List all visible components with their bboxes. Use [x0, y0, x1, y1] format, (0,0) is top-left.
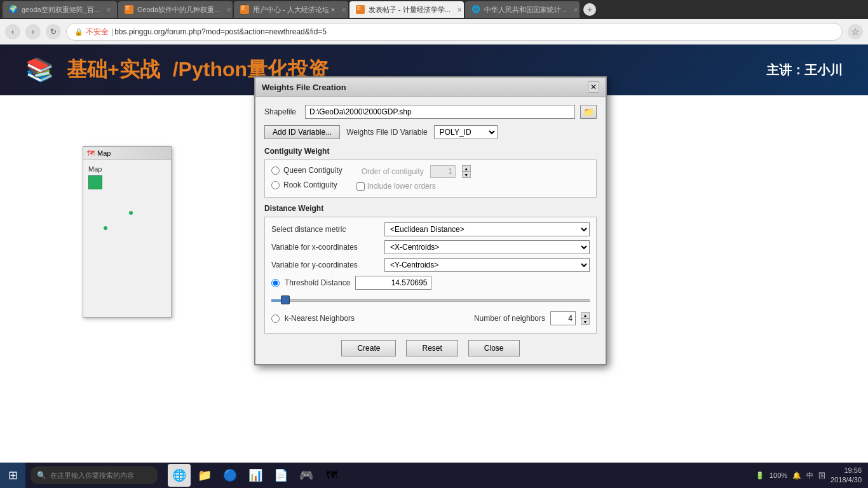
rook-row: Rook Contiguity Include lower orders: [271, 180, 590, 192]
order-spin-down[interactable]: ▼: [462, 172, 471, 178]
taskbar-app-game[interactable]: 🎮: [295, 464, 318, 487]
tab-4-close[interactable]: ✕: [457, 6, 462, 13]
distance-metric-select[interactable]: <Euclidean Distance>: [384, 222, 590, 236]
dialog-title: Weights File Creation: [262, 83, 346, 92]
map-mini-body: Map: [83, 160, 171, 238]
banner-books-icon: 📚: [25, 57, 54, 83]
reset-btn[interactable]: Reset: [406, 340, 458, 356]
id-var-select[interactable]: POLY_ID: [434, 125, 498, 139]
neighbors-spin: ▲ ▼: [581, 312, 590, 325]
map-mini-shape: [88, 175, 102, 189]
shapefile-input[interactable]: [305, 105, 575, 119]
date-display: 2018/4/30: [831, 475, 862, 485]
tab-5-close[interactable]: ✕: [573, 6, 578, 13]
id-var-row: Add ID Variable... Weights File ID Varia…: [264, 125, 597, 139]
contiguity-panel: Queen Contiguity Order of contiguity ▲ ▼…: [264, 159, 597, 198]
start-btn[interactable]: ⊞: [0, 463, 25, 488]
tab-1-icon: 🌍: [9, 5, 18, 14]
taskbar-apps: 🌐 📁 🔵 📊 📄 🎮 🗺: [168, 464, 343, 487]
map-mini-icon: 🗺: [87, 149, 95, 158]
neighbors-input[interactable]: [550, 311, 576, 325]
search-icon: 🔍: [37, 471, 46, 480]
threshold-value-input[interactable]: [355, 276, 431, 290]
slider-thumb[interactable]: [281, 295, 290, 304]
order-spin: ▲ ▼: [462, 165, 471, 178]
tab-2-close[interactable]: ✕: [226, 6, 231, 13]
tab-1[interactable]: 🌍 geoda空间权重矩阵_百... ✕: [3, 1, 117, 18]
tab-5[interactable]: 🌐 中华人民共和国国家统计... ✕: [465, 1, 580, 18]
shapefile-browse-btn[interactable]: 📁: [580, 105, 597, 119]
tab-2[interactable]: E Geoda软件中的几种权重... ✕: [118, 1, 233, 18]
include-lower-row: Include lower orders: [356, 182, 436, 191]
dialog-close-btn[interactable]: ✕: [588, 81, 599, 93]
rook-radio[interactable]: [271, 181, 280, 189]
taskbar-app-chrome2[interactable]: 🔵: [219, 464, 241, 487]
order-spin-up[interactable]: ▲: [462, 165, 471, 172]
order-input[interactable]: [430, 165, 456, 178]
taskbar-app-files[interactable]: 📁: [193, 464, 216, 487]
url-bar[interactable]: 🔒 不安全 | bbs.pinggu.org/forum.php?mod=pos…: [66, 23, 843, 41]
address-bar: ‹ › ↻ 🔒 不安全 | bbs.pinggu.org/forum.php?m…: [0, 19, 868, 44]
forward-btn[interactable]: ›: [25, 24, 41, 39]
y-coord-select[interactable]: <Y-Centroids>: [384, 258, 590, 272]
taskbar-app-excel[interactable]: 📊: [244, 464, 267, 487]
slider-container[interactable]: [271, 294, 590, 306]
taskbar-search[interactable]: 🔍 在这里输入你要搜索的内容: [31, 466, 158, 484]
shapefile-row: Shapefile 📁: [264, 105, 597, 119]
y-coord-label: Variable for y-coordinates: [271, 261, 379, 269]
distance-metric-row: Select distance metric <Euclidean Distan…: [271, 222, 590, 236]
tab-1-close[interactable]: ✕: [106, 6, 111, 13]
battery-text: 100%: [770, 471, 787, 479]
distance-header: Distance Weight: [264, 204, 597, 213]
map-mini-titlebar: 🗺 Map: [83, 147, 171, 160]
knearest-row: k-Nearest Neighbors Number of neighbors …: [271, 311, 590, 325]
time-display: 19:56: [831, 466, 862, 475]
tab-3-close[interactable]: ✕: [341, 6, 346, 13]
url-prefix: 不安全: [86, 27, 109, 37]
tab-4[interactable]: E 发表帖子 - 计量经济学学... ✕: [349, 1, 464, 18]
threshold-radio[interactable]: [271, 279, 280, 287]
taskbar-clock: 19:56 2018/4/30: [831, 466, 862, 485]
dialog-body: Shapefile 📁 Add ID Variable... Weights F…: [255, 97, 606, 364]
knearest-radio[interactable]: [271, 315, 280, 323]
tab-5-icon: 🌐: [471, 5, 480, 14]
include-lower-checkbox[interactable]: [356, 182, 365, 191]
taskbar-app-chrome[interactable]: 🌐: [168, 464, 191, 487]
map-mini-map-label: Map: [88, 165, 102, 173]
tab-3[interactable]: E 用户中心 - 人大经济论坛 × ✕: [234, 1, 348, 18]
map-mini-window: 🗺 Map Map: [83, 146, 172, 318]
tab-1-label: geoda空间权重矩阵_百...: [22, 5, 100, 15]
tab-4-label: 发表帖子 - 计量经济学学...: [369, 5, 451, 15]
threshold-row: Threshold Distance: [271, 276, 590, 290]
bookmark-btn[interactable]: ☆: [848, 24, 863, 39]
create-btn[interactable]: Create: [341, 340, 396, 356]
threshold-label: Threshold Distance: [285, 278, 350, 287]
include-lower-label: Include lower orders: [367, 182, 436, 191]
weights-dialog: Weights File Creation ✕ Shapefile 📁 Add …: [254, 76, 607, 365]
neighbors-spin-down[interactable]: ▼: [581, 318, 590, 325]
queen-radio[interactable]: [271, 166, 280, 175]
ime-indicator: 国: [818, 471, 825, 480]
lang-indicator: 中: [806, 471, 813, 480]
url-text: bbs.pinggu.org/forum.php?mod=post&action…: [114, 27, 327, 36]
distance-panel: Select distance metric <Euclidean Distan…: [264, 217, 597, 334]
neighbors-spin-up[interactable]: ▲: [581, 312, 590, 318]
taskbar-app-pdf[interactable]: 📄: [269, 464, 292, 487]
taskbar-app-extra[interactable]: 🗺: [320, 464, 343, 487]
x-coord-select[interactable]: <X-Centroids>: [384, 240, 590, 254]
back-btn[interactable]: ‹: [5, 24, 20, 39]
banner-plus: 基础+实战: [67, 56, 160, 84]
taskbar: ⊞ 🔍 在这里输入你要搜索的内容 🌐 📁 🔵 📊 📄 🎮 🗺 🔋 100% 🔔 …: [0, 463, 868, 488]
add-id-btn[interactable]: Add ID Variable...: [264, 125, 340, 139]
banner-author: 主讲：王小川: [766, 62, 843, 79]
queen-row: Queen Contiguity Order of contiguity ▲ ▼: [271, 165, 590, 178]
refresh-btn[interactable]: ↻: [46, 24, 61, 39]
rook-radio-row: Rook Contiguity: [271, 180, 337, 189]
id-var-label: Weights File ID Variable: [346, 128, 428, 137]
new-tab-btn[interactable]: +: [583, 3, 596, 16]
close-btn[interactable]: Close: [468, 340, 520, 356]
rook-label: Rook Contiguity: [283, 180, 337, 189]
tab-3-label: 用户中心 - 人大经济论坛 ×: [253, 5, 335, 15]
tab-2-label: Geoda软件中的几种权重...: [137, 5, 220, 15]
neighbors-label: Number of neighbors: [474, 314, 545, 323]
